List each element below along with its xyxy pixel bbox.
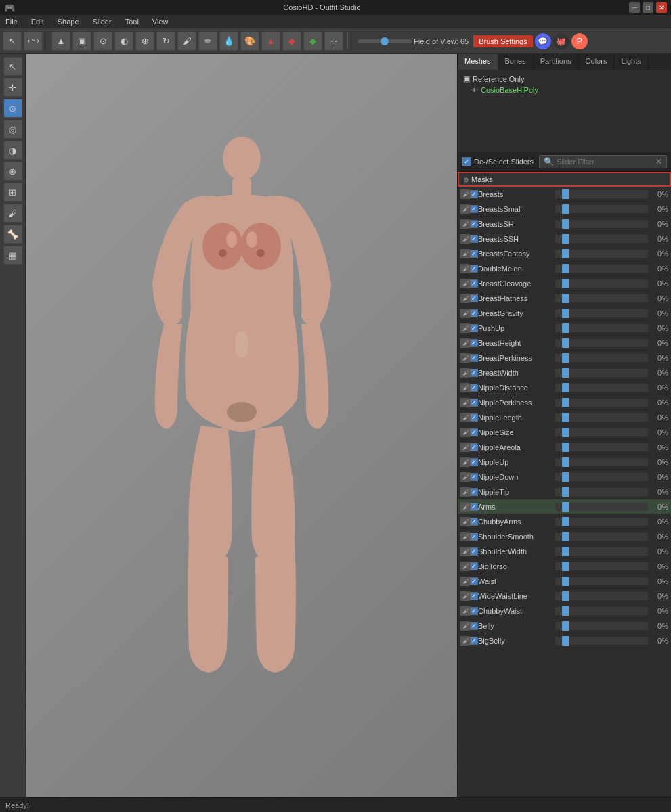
slider-thumb[interactable] <box>562 294 569 303</box>
slider-checkbox[interactable]: ✓ <box>470 265 478 273</box>
slider-checkbox[interactable]: ✓ <box>470 279 478 288</box>
slider-checkbox[interactable]: ✓ <box>470 503 478 511</box>
slider-thumb[interactable] <box>562 547 569 556</box>
left-tool-circle[interactable]: ⊙ <box>3 99 22 118</box>
slider-checkbox[interactable]: ✓ <box>470 324 478 332</box>
deselect-sliders-control[interactable]: ✓ De-/Select Sliders <box>462 157 534 166</box>
tab-bones[interactable]: Bones <box>498 54 534 70</box>
slider-thumb[interactable] <box>562 457 569 467</box>
toolbar-btn-brush[interactable]: 🖌 <box>177 32 196 51</box>
slider-brush-icon[interactable]: 🖌 <box>460 621 470 631</box>
left-tool-ring[interactable]: ◎ <box>3 120 22 139</box>
slider-thumb[interactable] <box>562 502 569 512</box>
slider-track[interactable] <box>555 205 648 213</box>
slider-thumb[interactable] <box>562 562 569 571</box>
toolbar-btn-arrow[interactable]: ↖ <box>3 32 22 51</box>
slider-brush-icon[interactable]: 🖌 <box>460 457 470 467</box>
discord-button[interactable]: 💬 <box>535 33 551 49</box>
menu-shape[interactable]: Shape <box>55 16 82 27</box>
slider-thumb[interactable] <box>562 219 569 229</box>
slider-track[interactable] <box>555 428 648 436</box>
slider-brush-icon[interactable]: 🖌 <box>460 338 470 348</box>
left-tool-bone[interactable]: 🦴 <box>3 225 22 244</box>
slider-thumb[interactable] <box>562 636 569 646</box>
slider-track[interactable] <box>555 533 648 541</box>
slider-brush-icon[interactable]: 🖌 <box>460 264 470 273</box>
brush-settings-button[interactable]: Brush Settings <box>473 35 533 47</box>
slider-checkbox[interactable]: ✓ <box>470 533 478 541</box>
slider-brush-icon[interactable]: 🖌 <box>460 591 470 601</box>
slider-brush-icon[interactable]: 🖌 <box>460 309 470 318</box>
slider-brush-icon[interactable]: 🖌 <box>460 219 470 229</box>
slider-checkbox[interactable]: ✓ <box>470 399 478 407</box>
toolbar-btn-crescent[interactable]: ◐ <box>114 32 133 51</box>
slider-checkbox[interactable]: ✓ <box>470 607 478 615</box>
slider-thumb[interactable] <box>562 487 569 497</box>
slider-brush-icon[interactable]: 🖌 <box>460 532 470 541</box>
slider-checkbox[interactable]: ✓ <box>470 369 478 377</box>
slider-brush-icon[interactable]: 🖌 <box>460 577 470 586</box>
slider-thumb[interactable] <box>562 234 569 244</box>
slider-track[interactable] <box>555 339 648 347</box>
toolbar-btn-select[interactable]: ▣ <box>72 32 91 51</box>
slider-checkbox[interactable]: ✓ <box>470 473 478 481</box>
close-button[interactable]: ✕ <box>656 2 667 13</box>
viewport[interactable] <box>26 54 457 797</box>
slider-track[interactable] <box>555 622 648 630</box>
slider-thumb[interactable] <box>562 443 569 452</box>
slider-checkbox[interactable]: ✓ <box>470 190 478 198</box>
slider-track[interactable] <box>555 354 648 362</box>
left-tool-half[interactable]: ◑ <box>3 141 22 160</box>
slider-brush-icon[interactable]: 🖌 <box>460 547 470 556</box>
slider-track[interactable] <box>555 399 648 407</box>
slider-brush-icon[interactable]: 🖌 <box>460 279 470 288</box>
slider-checkbox[interactable]: ✓ <box>470 428 478 436</box>
slider-thumb[interactable] <box>562 621 569 631</box>
slider-thumb[interactable] <box>562 189 569 199</box>
slider-thumb[interactable] <box>562 368 569 378</box>
slider-brush-icon[interactable]: 🖌 <box>460 368 470 378</box>
tab-lights[interactable]: Lights <box>614 54 648 70</box>
slider-track[interactable] <box>555 547 648 556</box>
slider-brush-icon[interactable]: 🖌 <box>460 606 470 616</box>
slider-brush-icon[interactable]: 🖌 <box>460 502 470 512</box>
slider-checkbox[interactable]: ✓ <box>470 250 478 258</box>
slider-track[interactable] <box>555 443 648 451</box>
slider-thumb[interactable] <box>562 338 569 348</box>
menu-view[interactable]: View <box>150 16 171 27</box>
slider-track[interactable] <box>555 503 648 511</box>
toolbar-btn-dia2[interactable]: ◆ <box>303 32 322 51</box>
category-masks[interactable]: ⊖ Masks <box>458 172 671 187</box>
patreon-button[interactable]: P <box>571 33 588 49</box>
slider-checkbox[interactable]: ✓ <box>470 205 478 213</box>
slider-thumb[interactable] <box>562 383 569 392</box>
slider-track[interactable] <box>555 562 648 570</box>
slider-track[interactable] <box>555 369 648 377</box>
slider-thumb[interactable] <box>562 413 569 422</box>
slider-checkbox[interactable]: ✓ <box>470 622 478 630</box>
slider-track[interactable] <box>555 250 648 258</box>
menu-tool[interactable]: Tool <box>123 16 142 27</box>
tab-colors[interactable]: Colors <box>579 54 615 70</box>
slider-checkbox[interactable]: ✓ <box>470 592 478 600</box>
slider-brush-icon[interactable]: 🖌 <box>460 323 470 333</box>
slider-brush-icon[interactable]: 🖌 <box>460 472 470 482</box>
slider-track[interactable] <box>555 518 648 526</box>
slider-brush-icon[interactable]: 🖌 <box>460 353 470 363</box>
slider-track[interactable] <box>555 294 648 302</box>
slider-brush-icon[interactable]: 🖌 <box>460 249 470 258</box>
slider-thumb[interactable] <box>562 323 569 333</box>
toolbar-btn-paint[interactable]: 🎨 <box>240 32 259 51</box>
slider-track[interactable] <box>555 577 648 585</box>
slider-brush-icon[interactable]: 🖌 <box>460 517 470 526</box>
slider-thumb[interactable] <box>562 309 569 318</box>
search-input[interactable] <box>557 158 653 166</box>
sliders-content[interactable]: ⊖ Masks 🖌 ✓ Breasts 0% 🖌 ✓ BreastsSmall … <box>458 172 671 797</box>
search-box[interactable]: 🔍 ✕ <box>539 155 667 168</box>
slider-thumb[interactable] <box>562 591 569 601</box>
slider-brush-icon[interactable]: 🖌 <box>460 413 470 422</box>
slider-thumb[interactable] <box>562 577 569 586</box>
slider-thumb[interactable] <box>562 398 569 407</box>
toolbar-btn-rotate[interactable]: ↻ <box>156 32 175 51</box>
slider-brush-icon[interactable]: 🖌 <box>460 383 470 392</box>
